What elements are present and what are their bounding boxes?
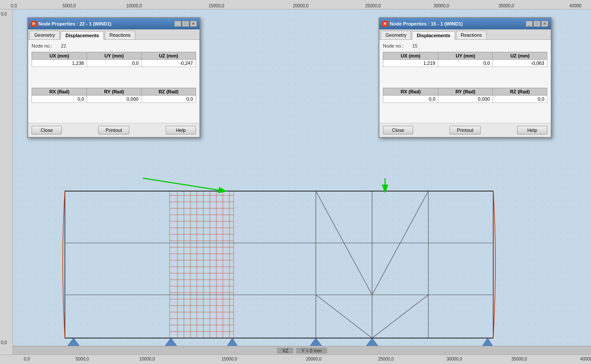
tab-geometry-2[interactable]: Geometry <box>381 31 411 39</box>
dialog-footer-1: Close Printout Help <box>28 123 199 137</box>
rot-val-ry-1: 0,000 <box>87 96 141 103</box>
node-no-value-2: 15 <box>412 43 418 48</box>
printout-button-1[interactable]: Printout <box>98 126 129 134</box>
ruler-mark: 40000 <box>569 3 581 8</box>
help-button-1[interactable]: Help <box>166 126 196 134</box>
disp-val-uz-1: -0,247 <box>141 60 196 67</box>
dialog-title-2: Node Properties : 15 - 1 (WIND1) <box>390 21 463 26</box>
restore-button-2[interactable]: □ <box>533 21 540 27</box>
ruler-bottom-mark: 40000 <box>580 357 591 361</box>
ruler-mark: 0,0 <box>11 3 17 8</box>
minimize-button-1[interactable]: _ <box>174 21 181 27</box>
rot-val-rz-1: 0,0 <box>141 96 196 103</box>
empty-area-1 <box>32 70 196 88</box>
ruler-mark: 35000,0 <box>498 3 514 8</box>
rot-header-rx-2: RX (Rad) <box>383 88 438 96</box>
dialog-title-1: Node Properties : 22 - 1 (WIND1) <box>39 21 112 26</box>
app-icon-2: R <box>382 21 388 27</box>
ruler-bottom-mark: 15000,0 <box>222 357 237 361</box>
rot-val-rz-2: 0,0 <box>493 96 547 103</box>
ruler-mark: 25000,0 <box>365 3 381 8</box>
ruler-top: 0,0 5000,0 10000,0 15000,0 20000,0 25000… <box>0 0 591 10</box>
ruler-bottom-mark: 10000,0 <box>139 357 155 361</box>
y-indicator: Y = 0 mm <box>296 348 327 354</box>
rot-val-rx-1: 0,0 <box>32 96 87 103</box>
node-no-label-2: Node no.: <box>383 43 404 48</box>
tab-geometry-1[interactable]: Geometry <box>29 31 60 39</box>
dialog-footer-2: Close Printout Help <box>379 123 551 137</box>
app-icon-1: R <box>31 21 37 27</box>
disp-header-ux-2: UX (mm) <box>383 52 438 60</box>
close-title-button-2[interactable]: ✕ <box>541 21 548 27</box>
disp-header-ux-1: UX (mm) <box>32 52 87 60</box>
printout-button-2[interactable]: Printout <box>450 126 481 134</box>
ruler-mark: 10000,0 <box>126 3 142 8</box>
rot-header-rz-2: RZ (Rad) <box>493 88 547 96</box>
rot-val-ry-2: 0,000 <box>438 96 493 103</box>
close-button-2[interactable]: Close <box>383 126 413 134</box>
ruler-mark: 15000,0 <box>209 3 224 8</box>
tab-reactions-1[interactable]: Reactions <box>105 31 135 39</box>
dialog-titlebar-2[interactable]: R Node Properties : 15 - 1 (WIND1) _ □ ✕ <box>379 18 551 29</box>
ruler-mark: 30000,0 <box>434 3 449 8</box>
dialog-body-1: Node no.: 22 UX (mm) UY (mm) UZ (mm) 1,2… <box>28 40 199 123</box>
status-bar: XZ Y = 0 mm <box>13 346 591 354</box>
disp-val-uy-2: 0,0 <box>438 60 493 67</box>
dialog-titlebar-1[interactable]: R Node Properties : 22 - 1 (WIND1) _ □ ✕ <box>28 18 199 29</box>
rot-header-ry-2: RY (Rad) <box>438 88 493 96</box>
disp-val-uy-1: 0,0 <box>87 60 141 67</box>
dialog-node-15: R Node Properties : 15 - 1 (WIND1) _ □ ✕… <box>379 17 552 138</box>
ruler-bottom-mark: 20000,0 <box>306 357 321 361</box>
ruler-mark: 5000,0 <box>63 3 76 8</box>
ruler-bottom: 0,0 5000,0 10000,0 15000,0 20000,0 25000… <box>0 354 591 364</box>
empty-area-2 <box>383 70 547 88</box>
displacement-table-1: UX (mm) UY (mm) UZ (mm) 1,238 0,0 -0,247 <box>32 52 196 67</box>
rotation-table-2: RX (Rad) RY (Rad) RZ (Rad) 0,0 0,000 0,0 <box>383 88 547 103</box>
ruler-bottom-mark: 35000,0 <box>511 357 527 361</box>
rotation-table-1: RX (Rad) RY (Rad) RZ (Rad) 0,0 0,000 0,0 <box>32 88 196 103</box>
tab-displacements-1[interactable]: Displacements <box>61 31 104 40</box>
disp-header-uz-2: UZ (mm) <box>493 52 547 60</box>
disp-val-ux-2: 1,219 <box>383 60 438 67</box>
disp-val-uz-2: -0,063 <box>493 60 547 67</box>
ruler-mark: 0,0 <box>1 12 7 16</box>
disp-header-uy-1: UY (mm) <box>87 52 141 60</box>
rot-val-rx-2: 0,0 <box>383 96 438 103</box>
help-button-2[interactable]: Help <box>517 126 547 134</box>
disp-val-ux-1: 1,238 <box>32 60 87 67</box>
rot-header-ry-1: RY (Rad) <box>87 88 141 96</box>
rot-header-rx-1: RX (Rad) <box>32 88 87 96</box>
titlebar-buttons-2: _ □ ✕ <box>526 21 548 27</box>
titlebar-buttons-1: _ □ ✕ <box>174 21 197 27</box>
disp-header-uz-1: UZ (mm) <box>141 52 196 60</box>
rot-header-rz-1: RZ (Rad) <box>141 88 196 96</box>
ruler-left: 0,0 0,0 <box>0 10 13 354</box>
node-no-label-1: Node no.: <box>32 43 52 48</box>
tab-reactions-2[interactable]: Reactions <box>456 31 487 39</box>
dialog-body-2: Node no.: 15 UX (mm) UY (mm) UZ (mm) 1,2… <box>379 40 551 123</box>
ruler-mark: 20000,0 <box>293 3 308 8</box>
ruler-bottom-mark: 5000,0 <box>76 357 89 361</box>
xz-indicator: XZ <box>277 348 293 354</box>
ruler-bottom-mark: 0,0 <box>24 357 30 361</box>
restore-button-1[interactable]: □ <box>182 21 189 27</box>
ruler-mark: 0,0 <box>1 340 7 345</box>
tab-displacements-2[interactable]: Displacements <box>412 31 455 40</box>
dialog-node-22: R Node Properties : 22 - 1 (WIND1) _ □ ✕… <box>27 17 200 138</box>
ruler-bottom-mark: 30000,0 <box>446 357 462 361</box>
tab-bar-2: Geometry Displacements Reactions <box>379 29 551 40</box>
ruler-bottom-mark: 25000,0 <box>378 357 394 361</box>
close-title-button-1[interactable]: ✕ <box>190 21 197 27</box>
tab-bar-1: Geometry Displacements Reactions <box>28 29 199 40</box>
minimize-button-2[interactable]: _ <box>526 21 533 27</box>
displacement-table-2: UX (mm) UY (mm) UZ (mm) 1,219 0,0 -0,063 <box>383 52 547 67</box>
close-button-1[interactable]: Close <box>32 126 62 134</box>
disp-header-uy-2: UY (mm) <box>438 52 493 60</box>
node-no-value-1: 22 <box>61 43 66 48</box>
